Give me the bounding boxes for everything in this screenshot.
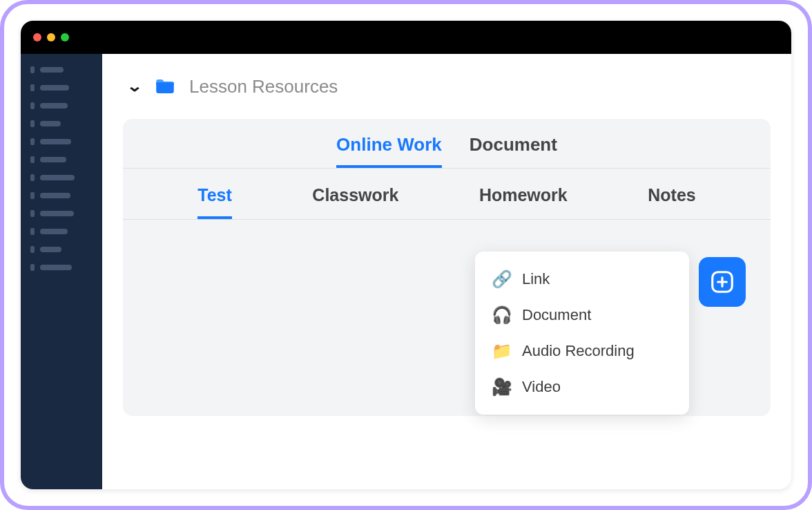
tab-primary-document[interactable]: Document xyxy=(470,134,557,168)
audio-recording-icon: 📁 xyxy=(492,341,511,361)
link-icon: 🔗 xyxy=(492,270,511,289)
sidebar-bullet-icon xyxy=(30,66,35,73)
sidebar-item-label xyxy=(40,175,75,180)
sidebar-item-label xyxy=(40,103,68,108)
sidebar xyxy=(21,54,102,489)
sidebar-item-label xyxy=(40,157,66,162)
sidebar-item[interactable] xyxy=(30,84,93,91)
sidebar-item[interactable] xyxy=(30,66,93,73)
sidebar-bullet-icon xyxy=(30,264,35,271)
sidebar-item-label xyxy=(40,121,61,126)
sidebar-bullet-icon xyxy=(30,246,35,253)
browser-titlebar xyxy=(21,21,791,54)
add-dropdown-menu: 🔗Link🎧Document📁Audio Recording🎥Video xyxy=(475,252,689,415)
sidebar-item[interactable] xyxy=(30,138,93,145)
sidebar-bullet-icon xyxy=(30,102,35,109)
tabs-primary: Online WorkDocument xyxy=(123,119,771,169)
browser-body: ⌄ Lesson Resources Online WorkDocument T… xyxy=(21,54,791,489)
close-window-icon[interactable] xyxy=(33,33,41,41)
sidebar-item[interactable] xyxy=(30,174,93,181)
sidebar-item[interactable] xyxy=(30,228,93,235)
tab-secondary-classwork[interactable]: Classwork xyxy=(312,185,398,219)
sidebar-item[interactable] xyxy=(30,264,93,271)
sidebar-item[interactable] xyxy=(30,192,93,199)
page-title: Lesson Resources xyxy=(189,76,338,97)
dropdown-item-label: Audio Recording xyxy=(522,342,635,360)
chevron-down-icon[interactable]: ⌄ xyxy=(126,77,142,95)
tabs-secondary: TestClassworkHomeworkNotes xyxy=(123,169,771,220)
sidebar-item[interactable] xyxy=(30,120,93,127)
tab-secondary-homework[interactable]: Homework xyxy=(479,185,568,219)
browser-window: ⌄ Lesson Resources Online WorkDocument T… xyxy=(21,21,791,489)
sidebar-bullet-icon xyxy=(30,120,35,127)
sidebar-bullet-icon xyxy=(30,84,35,91)
sidebar-bullet-icon xyxy=(30,174,35,181)
sidebar-bullet-icon xyxy=(30,210,35,217)
maximize-window-icon[interactable] xyxy=(61,33,69,41)
sidebar-item-label xyxy=(40,247,61,252)
add-button[interactable] xyxy=(699,257,746,307)
dropdown-item-audio-recording[interactable]: 📁Audio Recording xyxy=(475,333,689,369)
dropdown-item-video[interactable]: 🎥Video xyxy=(475,369,689,405)
sidebar-item[interactable] xyxy=(30,156,93,163)
main-content: ⌄ Lesson Resources Online WorkDocument T… xyxy=(102,54,791,489)
document-icon: 🎧 xyxy=(492,305,511,325)
plus-icon xyxy=(709,269,735,295)
dropdown-item-label: Link xyxy=(522,270,550,288)
sidebar-item-label xyxy=(40,265,72,270)
header-row: ⌄ Lesson Resources xyxy=(123,75,771,98)
sidebar-bullet-icon xyxy=(30,228,35,235)
sidebar-item-label xyxy=(40,139,71,144)
dropdown-item-label: Video xyxy=(522,378,561,396)
sidebar-item-label xyxy=(40,229,68,234)
sidebar-bullet-icon xyxy=(30,138,35,145)
folder-icon xyxy=(153,75,177,98)
dropdown-item-link[interactable]: 🔗Link xyxy=(475,261,689,297)
sidebar-item[interactable] xyxy=(30,210,93,217)
tab-secondary-notes[interactable]: Notes xyxy=(648,185,695,219)
sidebar-item[interactable] xyxy=(30,246,93,253)
sidebar-item-label xyxy=(40,211,74,216)
dropdown-item-label: Document xyxy=(522,306,591,324)
minimize-window-icon[interactable] xyxy=(47,33,55,41)
video-icon: 🎥 xyxy=(492,377,511,397)
tab-primary-online-work[interactable]: Online Work xyxy=(336,134,442,168)
dropdown-item-document[interactable]: 🎧Document xyxy=(475,297,689,333)
sidebar-bullet-icon xyxy=(30,156,35,163)
sidebar-item-label xyxy=(40,67,64,73)
sidebar-item[interactable] xyxy=(30,102,93,109)
outer-frame: ⌄ Lesson Resources Online WorkDocument T… xyxy=(0,0,812,510)
sidebar-item-label xyxy=(40,85,69,91)
content-card: Online WorkDocument TestClassworkHomewor… xyxy=(123,119,771,416)
sidebar-bullet-icon xyxy=(30,192,35,199)
tab-secondary-test[interactable]: Test xyxy=(197,185,232,219)
sidebar-item-label xyxy=(40,193,70,198)
